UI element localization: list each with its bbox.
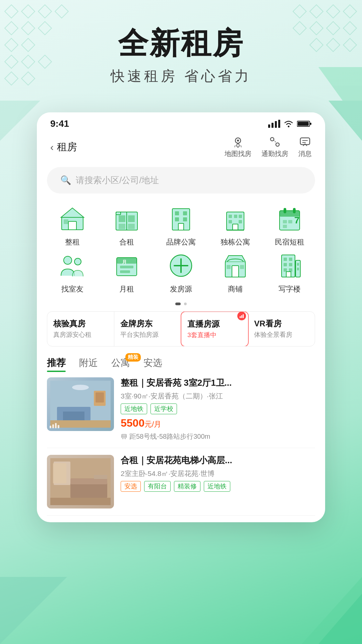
listing-tags-2: 安选 有阳台 精装修 近地铁 xyxy=(121,481,315,492)
tab-apartment[interactable]: 公寓 精装 xyxy=(111,357,130,372)
svg-point-38 xyxy=(270,138,274,141)
listing-card-2[interactable]: 合租｜安居花苑电梯小高层... 2室主卧·54.8㎡·安居花苑·世博 安选 有阳… xyxy=(47,455,315,516)
svg-rect-49 xyxy=(119,215,125,222)
svg-rect-110 xyxy=(84,407,90,421)
tag-select: 安选 xyxy=(121,481,141,492)
category-shortrent[interactable]: 7 民宿短租 xyxy=(264,204,315,247)
svg-rect-35 xyxy=(298,122,309,126)
wifi-icon xyxy=(284,120,294,128)
hero-title: 全新租房 xyxy=(0,27,362,60)
apartment-badge: 精装 xyxy=(125,353,141,362)
svg-rect-90 xyxy=(240,265,244,269)
search-bar[interactable]: 🔍 请搜索小区/公司/地址 xyxy=(47,167,315,194)
category-zhengzu-label: 整租 xyxy=(65,237,80,247)
commute-find-label: 通勤找房 xyxy=(261,149,288,158)
category-roommate-label: 找室友 xyxy=(61,284,83,294)
svg-rect-30 xyxy=(275,121,277,128)
listing-info-2: 合租｜安居花苑电梯小高层... 2室主卧·54.8㎡·安居花苑·世博 安选 有阳… xyxy=(121,455,315,508)
post-icon xyxy=(166,251,196,281)
svg-rect-96 xyxy=(289,263,292,266)
svg-rect-45 xyxy=(68,221,76,230)
feature-vr[interactable]: VR看房 体验全景看房 xyxy=(248,312,315,346)
listing-stats-icon xyxy=(50,423,59,428)
tag-school: 近学校 xyxy=(150,404,177,414)
feature-verified[interactable]: 核验真房 真房源安心租 xyxy=(47,312,114,346)
tab-nearby[interactable]: 附近 xyxy=(79,357,98,372)
category-villa-apt-label: 独栋公寓 xyxy=(221,237,250,247)
svg-rect-118 xyxy=(122,435,124,436)
feature-verified-title: 核验真房 xyxy=(53,318,108,329)
category-zhengzu[interactable]: 整租 xyxy=(47,204,98,247)
svg-marker-26 xyxy=(328,101,362,141)
house-icon xyxy=(57,204,87,234)
message-label: 消息 xyxy=(298,149,312,158)
svg-rect-102 xyxy=(240,316,241,318)
svg-rect-94 xyxy=(289,258,292,261)
svg-point-106 xyxy=(72,385,89,390)
svg-rect-116 xyxy=(125,438,126,439)
listing-card-1[interactable]: 整租｜安居香苑 3室2厅1卫... 3室·90㎡·安居香苑（二期）·张江 近地铁… xyxy=(47,377,315,448)
tag-subway: 近地铁 xyxy=(121,404,147,414)
svg-rect-126 xyxy=(53,463,66,483)
message-icon xyxy=(299,136,311,148)
svg-rect-119 xyxy=(124,435,126,436)
category-post[interactable]: 发房源 xyxy=(156,251,206,294)
nav-bar: ‹ 租房 地图找房 通勤找房 xyxy=(37,132,325,164)
category-shop[interactable]: 商铺 xyxy=(210,251,261,294)
tab-select[interactable]: 安选 xyxy=(143,357,162,372)
tag-decorated: 精装修 xyxy=(174,481,200,492)
category-monthly[interactable]: 月 月租 xyxy=(101,251,152,294)
feature-vr-sub: 体验全景看房 xyxy=(254,330,309,339)
feature-gold-landlord[interactable]: 金牌房东 平台实拍房源 xyxy=(114,312,181,346)
category-villa-apt[interactable]: 独栋公寓 xyxy=(210,204,261,247)
chart-icon xyxy=(239,314,244,318)
bus-icon xyxy=(121,433,127,440)
svg-rect-28 xyxy=(268,124,270,128)
commute-find-action[interactable]: 通勤找房 xyxy=(261,136,288,158)
svg-point-37 xyxy=(237,140,239,142)
category-hezu[interactable]: 合租 xyxy=(101,204,152,247)
svg-rect-113 xyxy=(96,392,104,402)
listing-distance-1: 距58号线-58路站步行300m xyxy=(121,432,315,441)
svg-rect-104 xyxy=(243,314,244,318)
svg-rect-124 xyxy=(94,475,107,479)
svg-rect-125 xyxy=(50,498,111,505)
svg-point-78 xyxy=(74,258,81,265)
svg-rect-109 xyxy=(57,407,63,421)
battery-icon xyxy=(297,120,312,128)
svg-rect-111 xyxy=(50,420,111,428)
svg-rect-95 xyxy=(284,263,287,266)
svg-rect-93 xyxy=(284,258,287,261)
nav-back-button[interactable]: ‹ 租房 xyxy=(50,140,77,154)
svg-rect-31 xyxy=(278,120,280,128)
svg-point-39 xyxy=(276,143,279,146)
listing-price-1: 5500元/月 xyxy=(121,417,315,429)
category-monthly-label: 月租 xyxy=(119,284,134,294)
listing-image-1 xyxy=(47,377,114,431)
commute-icon xyxy=(269,136,281,148)
message-action[interactable]: 消息 xyxy=(298,136,312,158)
category-brand-apt[interactable]: 品牌公寓 xyxy=(156,204,206,247)
map-find-action[interactable]: 地图找房 xyxy=(225,136,251,158)
category-office[interactable]: 写字楼 xyxy=(264,251,315,294)
category-roommate[interactable]: 找室友 xyxy=(47,251,98,294)
monthly-icon: 月 xyxy=(112,251,142,281)
svg-text:7: 7 xyxy=(294,215,300,225)
nav-actions: 地图找房 通勤找房 消息 xyxy=(225,136,312,158)
tag-balcony: 有阳台 xyxy=(144,481,171,492)
page-dots xyxy=(37,303,325,305)
hero-section: 全新租房 快速租房 省心省力 xyxy=(0,0,362,102)
tag-subway2: 近地铁 xyxy=(204,481,230,492)
status-bar: 9:41 xyxy=(37,112,325,132)
svg-rect-46 xyxy=(64,219,68,224)
category-post-label: 发房源 xyxy=(170,284,192,294)
svg-rect-103 xyxy=(241,315,242,318)
svg-rect-50 xyxy=(128,215,135,222)
tab-recommend[interactable]: 推荐 xyxy=(47,357,66,372)
feature-live-sub: 3套直播中 xyxy=(187,331,242,339)
listing-info-1: 整租｜安居香苑 3室2厅1卫... 3室·90㎡·安居香苑（二期）·张江 近地铁… xyxy=(121,377,315,441)
listing-title-1: 整租｜安居香苑 3室2厅1卫... xyxy=(121,377,315,389)
listing-image-2 xyxy=(47,455,114,508)
shortrent-icon: 7 xyxy=(275,204,305,234)
feature-live[interactable]: 直播房源 3套直播中 xyxy=(181,311,249,346)
